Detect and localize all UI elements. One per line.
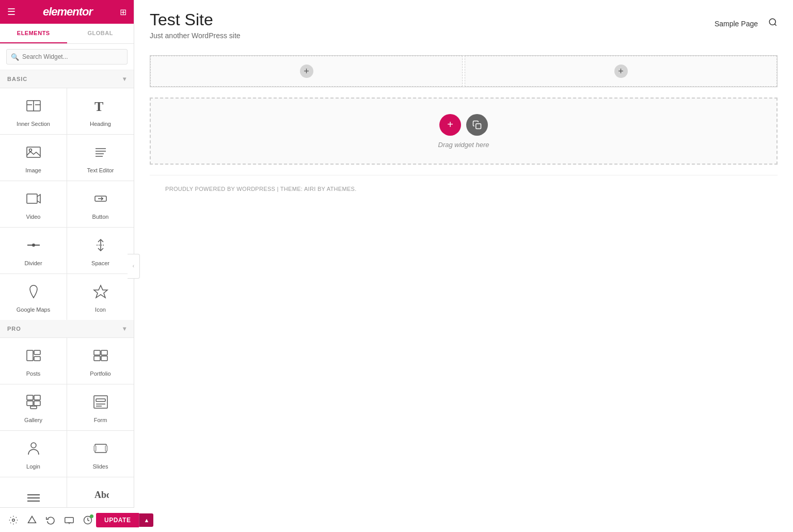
widget-portfolio-label: Portfolio (90, 370, 110, 377)
divider-icon (25, 237, 42, 256)
search-icon: 🔍 (11, 53, 19, 61)
widget-image-label: Image (25, 167, 41, 173)
search-icon[interactable] (768, 18, 778, 29)
svg-rect-28 (34, 395, 40, 400)
widget-slides[interactable]: Slides (67, 431, 134, 477)
spacer-icon (92, 237, 109, 256)
widget-button-label: Button (92, 214, 109, 220)
widget-posts[interactable]: Posts (0, 338, 67, 384)
widget-button[interactable]: Button (67, 181, 134, 227)
widget-form[interactable]: Form (67, 384, 134, 430)
status-button[interactable] (80, 512, 96, 528)
widget-portfolio[interactable]: Portfolio (67, 338, 134, 384)
svg-rect-33 (96, 399, 105, 401)
section-pro-label: PRO (7, 326, 21, 332)
add-widget-left-button[interactable]: + (300, 65, 313, 78)
widget-google-maps-label: Google Maps (17, 307, 50, 313)
nav-menu-icon (25, 490, 42, 509)
svg-rect-5 (27, 147, 40, 157)
posts-icon (25, 347, 42, 366)
widget-divider[interactable]: Divider (0, 228, 67, 273)
svg-text:Abc: Abc (94, 490, 109, 500)
add-widget-button[interactable]: + (439, 114, 461, 136)
sidebar: ☰ elementor ⊞ ELEMENTS GLOBAL 🔍 BASIC ▾ (0, 0, 134, 532)
widget-text-editor[interactable]: Text Editor (67, 135, 134, 181)
update-button[interactable]: UPDATE (96, 513, 139, 527)
widget-video[interactable]: Video (0, 181, 67, 227)
image-icon (25, 144, 42, 163)
video-icon (25, 190, 42, 209)
main-canvas: Test Site Just another WordPress site Sa… (134, 0, 793, 532)
gallery-icon (25, 394, 42, 413)
text-editor-icon (92, 144, 109, 163)
history-button[interactable] (42, 512, 59, 528)
page-preview: Test Site Just another WordPress site Sa… (134, 0, 793, 532)
bottom-bar: UPDATE ▲ (0, 507, 134, 532)
section-pro-chevron: ▾ (123, 325, 126, 332)
svg-rect-37 (95, 444, 106, 453)
svg-point-49 (769, 19, 775, 25)
svg-rect-27 (27, 395, 33, 400)
update-caret-button[interactable]: ▲ (139, 513, 153, 527)
hamburger-icon[interactable]: ☰ (7, 6, 15, 18)
widget-inner-section[interactable]: Inner Section (0, 88, 67, 134)
add-widget-right-button[interactable]: + (614, 65, 628, 78)
svg-line-50 (774, 24, 776, 25)
form-icon (92, 394, 109, 413)
settings-panel-button[interactable] (5, 512, 22, 528)
svg-rect-20 (27, 350, 33, 361)
widget-google-maps[interactable]: Google Maps (0, 274, 67, 320)
svg-rect-39 (105, 446, 107, 451)
svg-rect-26 (101, 356, 107, 361)
section-pro-header[interactable]: PRO ▾ (0, 320, 134, 338)
sidebar-content: BASIC ▾ Inner Section (0, 70, 134, 532)
section-basic-header[interactable]: BASIC ▾ (0, 70, 134, 88)
style-manager-button[interactable] (24, 512, 40, 528)
copy-widget-button[interactable] (466, 114, 488, 136)
animated-headline-icon: Abc (92, 487, 109, 506)
search-input[interactable] (6, 49, 128, 65)
widget-heading[interactable]: T Heading (67, 88, 134, 134)
nav-link-sample-page[interactable]: Sample Page (715, 20, 758, 28)
collapse-sidebar-button[interactable]: ‹ (128, 254, 140, 279)
widget-gallery-label: Gallery (24, 417, 42, 423)
widget-divider-label: Divider (24, 260, 42, 266)
svg-rect-30 (34, 401, 40, 406)
elementor-logo: elementor (43, 5, 92, 19)
column-drop-right[interactable]: + (465, 56, 777, 87)
widget-login-label: Login (26, 463, 40, 470)
widget-inner-section-label: Inner Section (17, 121, 50, 127)
site-title: Test Site (150, 10, 241, 29)
svg-rect-29 (27, 401, 33, 406)
widget-spacer-label: Spacer (91, 260, 109, 266)
widget-video-label: Video (26, 214, 41, 220)
svg-marker-19 (94, 285, 107, 298)
svg-point-18 (32, 287, 35, 291)
two-column-row[interactable]: + + (150, 55, 778, 87)
widget-dropzone[interactable]: + Drag widget here (150, 98, 778, 165)
grid-icon[interactable]: ⊞ (120, 7, 126, 17)
login-icon (25, 440, 42, 459)
widget-gallery[interactable]: Gallery (0, 384, 67, 430)
svg-point-6 (29, 149, 31, 152)
widget-login[interactable]: Login (0, 431, 67, 477)
column-drop-left[interactable]: + (150, 56, 463, 87)
site-header: Test Site Just another WordPress site Sa… (134, 0, 793, 45)
svg-point-15 (32, 244, 35, 247)
widget-spacer[interactable]: Spacer (67, 228, 134, 273)
tab-elements[interactable]: ELEMENTS (0, 24, 67, 43)
pro-widget-grid: Posts Portfolio (0, 338, 134, 529)
sidebar-search: 🔍 (0, 44, 134, 70)
section-basic-chevron: ▾ (123, 75, 126, 83)
svg-point-44 (12, 519, 15, 521)
sidebar-tabs: ELEMENTS GLOBAL (0, 24, 134, 44)
responsive-button[interactable] (61, 512, 77, 528)
portfolio-icon (92, 347, 109, 366)
widget-heading-label: Heading (90, 121, 111, 127)
widget-image[interactable]: Image (0, 135, 67, 181)
svg-rect-45 (65, 517, 74, 523)
svg-rect-23 (94, 350, 100, 355)
svg-rect-38 (94, 446, 96, 451)
widget-icon[interactable]: Icon (67, 274, 134, 320)
tab-global[interactable]: GLOBAL (67, 24, 134, 43)
